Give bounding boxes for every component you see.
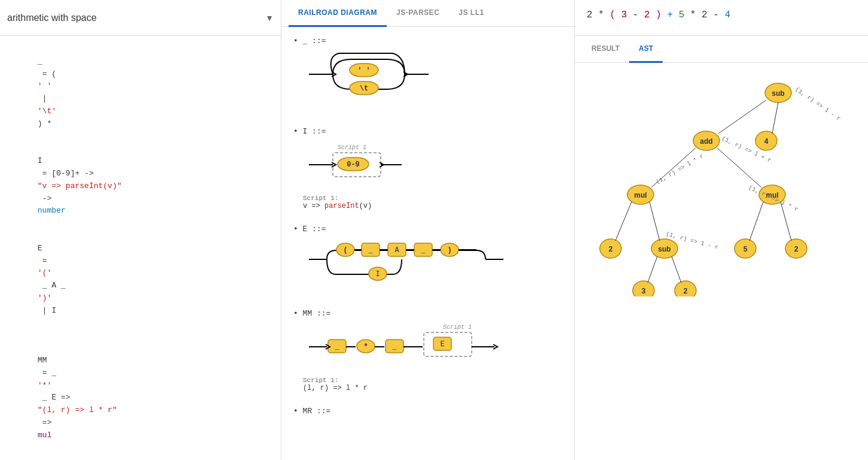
rr-E-svg: ( _ A _ ) I: [303, 238, 506, 292]
svg-text:_: _: [368, 246, 373, 255]
svg-text:0-9: 0-9: [347, 161, 360, 169]
rr-underscore: ' ' \t: [303, 50, 562, 113]
svg-text:sub: sub: [772, 89, 784, 98]
svg-text:\t: \t: [360, 84, 368, 93]
rule-MR: MR ::=: [293, 407, 562, 416]
ast-area: .ast-node { fill: #f5c842; stroke: #b886…: [575, 63, 868, 460]
rule-E: E ::= ( _ A _: [293, 225, 562, 295]
rr-E: ( _ A _ ) I: [303, 238, 562, 295]
svg-text:_: _: [391, 343, 397, 351]
tab-jsll1[interactable]: JS LL1: [449, 0, 493, 27]
I-script-label: Script 1: v => parseInt(v): [303, 195, 562, 210]
svg-text:add: add: [700, 137, 712, 146]
svg-line-82: [672, 256, 681, 283]
ast-svg: .ast-node { fill: #f5c842; stroke: #b886…: [575, 69, 850, 296]
svg-text:(: (: [343, 246, 347, 255]
rule-MM-label: MM ::=: [293, 309, 562, 318]
code-line-5: MR = _ '/' _ E => "(l, r) => l / r" => d…: [10, 454, 271, 460]
code-line-2: I = [0-9]+ -> "v => parseInt(v)" -> numb…: [10, 143, 271, 230]
svg-text:(1, r) => l * r: (1, r) => l * r: [655, 153, 705, 186]
dropdown-chevron[interactable]: ▼: [265, 13, 274, 23]
svg-text:sub: sub: [658, 245, 670, 253]
MM-script-label: Script 1: (l, r) => l * r: [303, 377, 562, 392]
svg-text:5: 5: [743, 245, 748, 253]
rule-I: I ::= Script 1 0-9: [293, 127, 562, 210]
svg-line-54: [772, 102, 778, 134]
code-var: _: [38, 57, 43, 66]
code-line-blank1: [10, 329, 271, 342]
svg-text:_: _: [334, 343, 339, 351]
code-line-3: E = '(' _ A _ ')' | I: [10, 230, 271, 329]
rule-E-label: E ::=: [293, 225, 562, 234]
rule-MR-label: MR ::=: [293, 407, 562, 416]
svg-line-66: [615, 202, 632, 241]
grammar-title: arithmetic with space: [7, 13, 96, 23]
middle-panel: RAILROAD DIAGRAM JS-PARSEC JS LL1 _ ::= …: [281, 0, 575, 460]
svg-text:mul: mul: [634, 191, 647, 199]
tab-railroad[interactable]: RAILROAD DIAGRAM: [289, 0, 387, 27]
svg-text:2: 2: [609, 245, 613, 253]
rule-I-label: I ::=: [293, 127, 562, 136]
svg-line-51: [718, 100, 766, 134]
rule-underscore: _ ::= ' ' \t: [293, 37, 562, 113]
rule-MM: MM ::= Script 1 _ * _: [293, 309, 562, 392]
svg-line-73: [749, 202, 763, 241]
tab-jsparsec[interactable]: JS-PARSEC: [387, 0, 449, 27]
right-panel: 2 * ( 3 - 2 ) + 5 * 2 - 4 RESULT AST .as…: [575, 0, 868, 460]
svg-text:2: 2: [684, 287, 688, 295]
svg-text:*: *: [363, 343, 368, 351]
svg-text:' ': ' ': [357, 66, 371, 75]
tab-ast[interactable]: AST: [629, 36, 663, 63]
svg-text:I: I: [375, 270, 380, 279]
code-line-4: MM = _ '*' _ E => "(l, r) => l * r" => m…: [10, 342, 271, 454]
tabs-bar: RAILROAD DIAGRAM JS-PARSEC JS LL1: [281, 0, 574, 27]
svg-line-69: [650, 202, 660, 241]
rr-underscore-svg: ' ' \t: [303, 50, 435, 110]
svg-text:_: _: [420, 246, 426, 255]
rr-MM-svg: Script 1 _ * _: [303, 323, 506, 371]
expression-bar: 2 * ( 3 - 2 ) + 5 * 2 - 4: [575, 0, 868, 36]
svg-line-79: [648, 256, 657, 283]
svg-text:3: 3: [642, 287, 646, 295]
diagram-area: _ ::= ' ' \t: [281, 27, 574, 460]
rule-underscore-label: _ ::=: [293, 37, 562, 46]
svg-text:2: 2: [794, 245, 799, 253]
result-tabs: RESULT AST: [575, 36, 868, 63]
rr-MM: Script 1 _ * _: [303, 323, 562, 373]
rr-I-svg: Script 1 0-9: [303, 141, 411, 189]
svg-text:A: A: [394, 246, 399, 255]
svg-text:Script 1: Script 1: [338, 144, 366, 151]
code-line-1: _ = ( ' ' | '\t' ) *: [10, 43, 271, 143]
tab-result[interactable]: RESULT: [582, 36, 629, 63]
rr-I: Script 1 0-9: [303, 141, 562, 191]
svg-text:(1, r) => 1 - r: (1, r) => 1 - r: [794, 86, 842, 122]
code-area: _ = ( ' ' | '\t' ) * I = [0-9]+ -> "v =>…: [0, 36, 281, 460]
svg-text:Script 1: Script 1: [443, 324, 472, 331]
svg-text:4: 4: [764, 137, 769, 146]
title-bar: arithmetic with space ▼: [0, 0, 281, 36]
left-panel: arithmetic with space ▼ _ = ( ' ' | '\t'…: [0, 0, 281, 460]
svg-text:E: E: [440, 340, 444, 349]
svg-text:): ): [447, 246, 451, 255]
